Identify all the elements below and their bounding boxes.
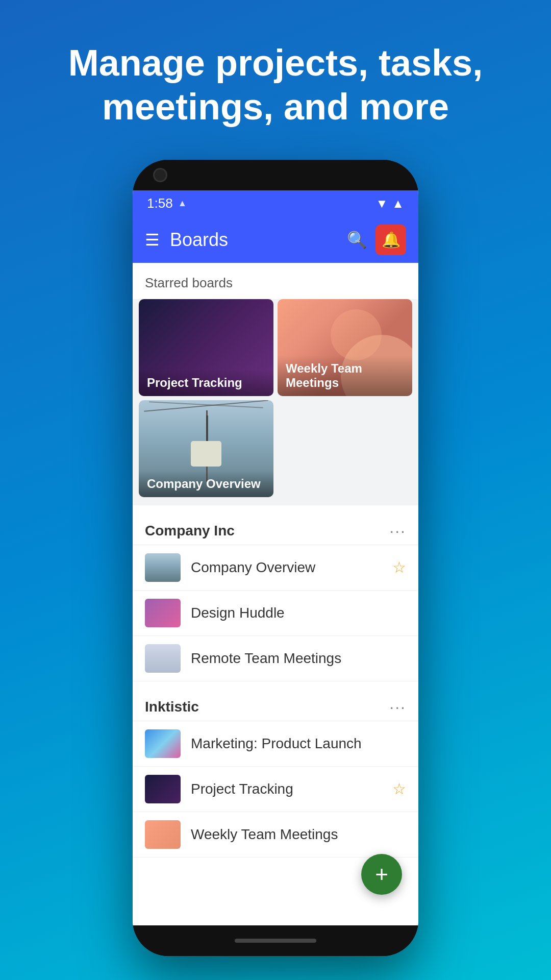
starred-board-company-overview[interactable]: Company Overview: [139, 400, 273, 497]
board-thumb-remote-meetings: [145, 644, 181, 673]
starred-board-weekly-meetings[interactable]: Weekly Team Meetings: [278, 299, 412, 396]
board-item-remote-meetings[interactable]: Remote Team Meetings: [133, 636, 418, 681]
workspace-inktistic: Inktistic ··· Marketing: Product Launch …: [133, 685, 418, 857]
wifi-icon: ▼: [375, 197, 388, 211]
board-item-project-tracking-inktistic[interactable]: Project Tracking ☆: [133, 767, 418, 812]
board-card-label-project-tracking: Project Tracking: [139, 370, 273, 396]
time-display: 1:58: [147, 195, 173, 211]
workspace-company-inc: Company Inc ··· Company Overview ☆ Desig…: [133, 509, 418, 681]
notification-icon: 🔔: [382, 231, 400, 249]
board-card-label-weekly-meetings: Weekly Team Meetings: [278, 355, 412, 396]
add-board-fab[interactable]: +: [361, 854, 402, 895]
page-headline: Manage projects, tasks, meetings, and mo…: [0, 0, 551, 160]
workspace-company-inc-header: Company Inc ···: [133, 509, 418, 545]
board-thumb-design-huddle: [145, 599, 181, 627]
board-card-label-company-overview: Company Overview: [139, 471, 273, 497]
star-icon-company-overview[interactable]: ☆: [392, 558, 406, 576]
workspace-inktistic-header: Inktistic ···: [133, 685, 418, 721]
board-item-company-overview[interactable]: Company Overview ☆: [133, 545, 418, 591]
search-button[interactable]: 🔍: [347, 230, 367, 250]
board-name-design-huddle: Design Huddle: [191, 605, 406, 621]
board-item-weekly-meetings-inktistic[interactable]: Weekly Team Meetings: [133, 812, 418, 857]
board-name-project-tracking-inktistic: Project Tracking: [191, 781, 392, 797]
toolbar-title: Boards: [170, 229, 347, 251]
board-thumb-company-overview: [145, 553, 181, 582]
star-icon-project-tracking[interactable]: ☆: [392, 780, 406, 798]
camera-dot: [153, 168, 167, 182]
board-thumb-weekly-meetings-inktistic: [145, 820, 181, 849]
board-thumb-marketing: [145, 729, 181, 758]
hamburger-button[interactable]: ☰: [145, 230, 160, 250]
board-name-marketing: Marketing: Product Launch: [191, 736, 406, 752]
starred-board-bottom-row: Company Overview: [133, 400, 418, 505]
board-item-design-huddle[interactable]: Design Huddle: [133, 591, 418, 636]
status-time: 1:58 ▲: [147, 195, 187, 211]
starred-board-project-tracking[interactable]: Project Tracking: [139, 299, 273, 396]
workspace-more-button-inktistic[interactable]: ···: [389, 698, 406, 717]
phone-top-bar: [133, 160, 418, 190]
status-icons: ▼ ▲: [375, 197, 404, 211]
app-toolbar: ☰ Boards 🔍 🔔: [133, 217, 418, 263]
board-name-company-overview: Company Overview: [191, 559, 392, 576]
workspace-company-inc-name: Company Inc: [145, 523, 235, 539]
content-area[interactable]: Starred boards Project Tracking Weekly T…: [133, 263, 418, 925]
starred-boards-grid: Project Tracking Weekly Team Meetings: [133, 299, 418, 400]
notification-button[interactable]: 🔔: [375, 225, 406, 255]
phone-bottom-bar: [133, 925, 418, 956]
workspace-inktistic-name: Inktistic: [145, 699, 199, 715]
board-name-remote-meetings: Remote Team Meetings: [191, 650, 406, 667]
starred-boards-header: Starred boards: [133, 263, 418, 299]
status-bar: 1:58 ▲ ▼ ▲: [133, 190, 418, 217]
signal-icon: ▲: [392, 197, 404, 211]
board-thumb-project-tracking-inktistic: [145, 775, 181, 803]
phone-screen: 1:58 ▲ ▼ ▲ ☰ Boards 🔍 🔔 Starred boards: [133, 190, 418, 925]
phone-mockup: 1:58 ▲ ▼ ▲ ☰ Boards 🔍 🔔 Starred boards: [133, 160, 418, 956]
board-name-weekly-meetings-inktistic: Weekly Team Meetings: [191, 826, 406, 843]
status-icon-a: ▲: [178, 198, 187, 209]
board-item-marketing[interactable]: Marketing: Product Launch: [133, 721, 418, 767]
workspace-more-button-company-inc[interactable]: ···: [389, 522, 406, 541]
home-indicator: [235, 939, 316, 943]
add-icon: +: [375, 863, 388, 886]
